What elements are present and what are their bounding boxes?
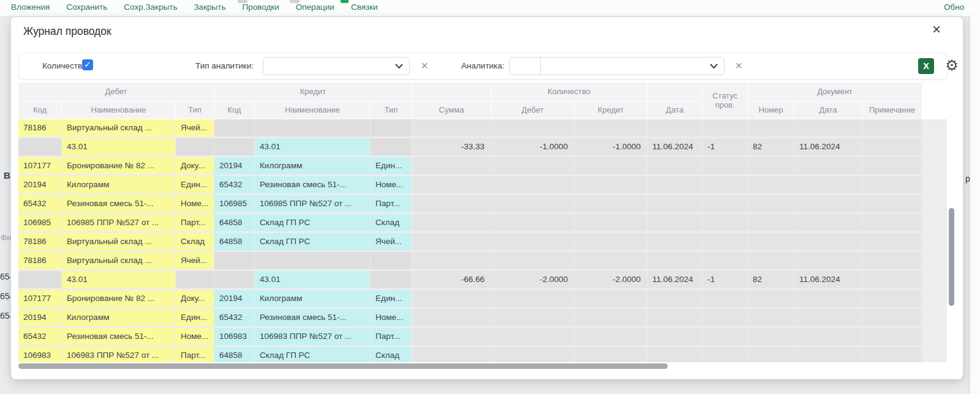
qty-debit-cell[interactable] <box>491 119 574 136</box>
table-row[interactable]: 106985106985 ППР №527 от ...Парт...64858… <box>18 214 947 231</box>
credit-code-cell[interactable] <box>214 252 254 269</box>
doc-date-cell[interactable] <box>794 328 862 345</box>
column-header-qty-debit[interactable]: Дебет <box>491 102 574 119</box>
debit-code-cell[interactable]: 106985 <box>18 214 61 231</box>
note-cell[interactable] <box>862 119 922 136</box>
credit-code-cell[interactable]: 64858 <box>214 214 254 231</box>
debit-type-cell[interactable]: Парт... <box>176 347 214 362</box>
sum-cell[interactable] <box>412 347 491 362</box>
doc-date-cell[interactable]: 11.06.2024 <box>794 138 862 155</box>
vertical-scrollbar-thumb[interactable] <box>949 208 954 306</box>
status-cell[interactable] <box>703 309 747 326</box>
credit-name-cell[interactable] <box>255 252 370 269</box>
qty-credit-cell[interactable]: -1.0000 <box>575 138 647 155</box>
debit-name-cell[interactable]: Бронирование № 82 ... <box>62 290 175 307</box>
table-row-summary[interactable]: 43.0143.01-66.66-2.0000-2.000011.06.2024… <box>18 271 947 288</box>
debit-name-cell[interactable]: Виртуальный склад ... <box>62 252 175 269</box>
qty-debit-cell[interactable]: -1.0000 <box>491 138 574 155</box>
qty-debit-cell[interactable] <box>491 328 574 345</box>
column-header-qty-credit[interactable]: Кредит <box>575 102 647 119</box>
note-cell[interactable] <box>862 290 922 307</box>
qty-credit-cell[interactable] <box>575 309 647 326</box>
debit-name-cell[interactable]: Бронирование № 82 ... <box>62 157 175 174</box>
doc-date-cell[interactable] <box>794 214 862 231</box>
date-cell[interactable]: 11.06.2024 <box>647 271 702 288</box>
status-cell[interactable] <box>703 195 747 212</box>
analytics-select[interactable] <box>509 57 725 75</box>
column-header-credit-name[interactable]: Наименование <box>255 102 370 119</box>
debit-code-cell[interactable]: 78186 <box>18 252 61 269</box>
menu-item-refresh[interactable]: Обно <box>944 2 964 12</box>
status-cell[interactable] <box>703 252 747 269</box>
status-cell[interactable] <box>703 157 747 174</box>
credit-name-cell[interactable]: Склад ГП РС <box>255 347 370 362</box>
qty-debit-cell[interactable] <box>491 233 574 250</box>
credit-code-cell[interactable]: 65432 <box>214 176 254 193</box>
doc-number-cell[interactable] <box>748 176 794 193</box>
doc-number-cell[interactable] <box>748 309 794 326</box>
debit-type-cell[interactable]: Един... <box>176 176 214 193</box>
status-cell[interactable] <box>703 176 747 193</box>
column-header-doc-date[interactable]: Дата <box>794 102 862 119</box>
debit-name-cell[interactable]: 106983 ППР №527 от ... <box>62 347 175 362</box>
note-cell[interactable] <box>862 309 922 326</box>
sum-cell[interactable]: -66.66 <box>412 271 491 288</box>
debit-type-cell[interactable] <box>176 138 214 155</box>
debit-code-cell[interactable]: 65432 <box>18 195 61 212</box>
note-cell[interactable] <box>862 157 922 174</box>
credit-type-cell[interactable]: Един... <box>371 290 412 307</box>
analytics-type-select[interactable] <box>263 57 410 75</box>
qty-debit-cell[interactable]: -2.0000 <box>491 271 574 288</box>
table-row[interactable]: 20194КилограммЕдин...65432Резиновая смес… <box>18 309 947 326</box>
note-cell[interactable] <box>862 252 922 269</box>
credit-name-cell[interactable]: 106983 ППР №527 от ... <box>255 328 370 345</box>
debit-type-cell[interactable]: Ячей... <box>176 119 214 136</box>
debit-code-cell[interactable] <box>18 271 61 288</box>
note-cell[interactable] <box>862 271 922 288</box>
debit-type-cell[interactable]: Доку... <box>176 290 214 307</box>
date-cell[interactable] <box>647 195 702 212</box>
date-cell[interactable] <box>647 290 702 307</box>
debit-type-cell[interactable]: Склад <box>176 233 214 250</box>
credit-name-cell[interactable]: Склад ГП РС <box>255 233 370 250</box>
sum-cell[interactable] <box>412 290 491 307</box>
debit-code-cell[interactable]: 107177 <box>18 290 61 307</box>
doc-number-cell[interactable] <box>748 195 794 212</box>
debit-code-cell[interactable]: 78186 <box>18 119 61 136</box>
qty-debit-cell[interactable] <box>491 290 574 307</box>
column-header-status[interactable]: Статус пров. <box>703 83 747 119</box>
doc-date-cell[interactable] <box>794 233 862 250</box>
doc-date-cell[interactable] <box>794 252 862 269</box>
date-cell[interactable] <box>647 119 702 136</box>
qty-debit-cell[interactable] <box>491 195 574 212</box>
column-header-credit-code[interactable]: Код <box>214 102 254 119</box>
status-cell[interactable]: -1 <box>703 138 747 155</box>
qty-debit-cell[interactable] <box>491 176 574 193</box>
sum-cell[interactable]: -33.33 <box>412 138 491 155</box>
sum-cell[interactable] <box>412 176 491 193</box>
doc-date-cell[interactable]: 11.06.2024 <box>794 271 862 288</box>
debit-type-cell[interactable]: Номе... <box>176 328 214 345</box>
note-cell[interactable] <box>862 176 922 193</box>
credit-name-cell[interactable]: Килограмм <box>255 157 370 174</box>
column-header-debit-name[interactable]: Наименование <box>62 102 175 119</box>
debit-name-cell[interactable]: Резиновая смесь 51-... <box>62 328 175 345</box>
doc-date-cell[interactable] <box>794 290 862 307</box>
analytics-clear-button[interactable]: × <box>733 58 745 74</box>
debit-name-cell[interactable]: Килограмм <box>62 309 175 326</box>
table-row[interactable]: 78186Виртуальный склад ...Склад64858Скла… <box>18 233 947 250</box>
menu-item[interactable]: Проводки <box>242 2 279 12</box>
table-row[interactable]: 107177Бронирование № 82 ...Доку...20194К… <box>18 157 947 174</box>
table-row[interactable]: 78186Виртуальный склад ...Ячей... <box>18 119 947 136</box>
qty-debit-cell[interactable] <box>491 157 574 174</box>
note-cell[interactable] <box>862 347 922 362</box>
status-cell[interactable] <box>703 233 747 250</box>
status-cell[interactable] <box>703 347 747 362</box>
status-cell[interactable] <box>703 119 747 136</box>
doc-number-cell[interactable] <box>748 290 794 307</box>
status-cell[interactable] <box>703 328 747 345</box>
sum-cell[interactable] <box>412 252 491 269</box>
table-row[interactable]: 20194КилограммЕдин...65432Резиновая смес… <box>18 176 947 193</box>
table-row-summary[interactable]: 43.0143.01-33.33-1.0000-1.000011.06.2024… <box>18 138 947 155</box>
debit-type-cell[interactable]: Номе... <box>176 195 214 212</box>
